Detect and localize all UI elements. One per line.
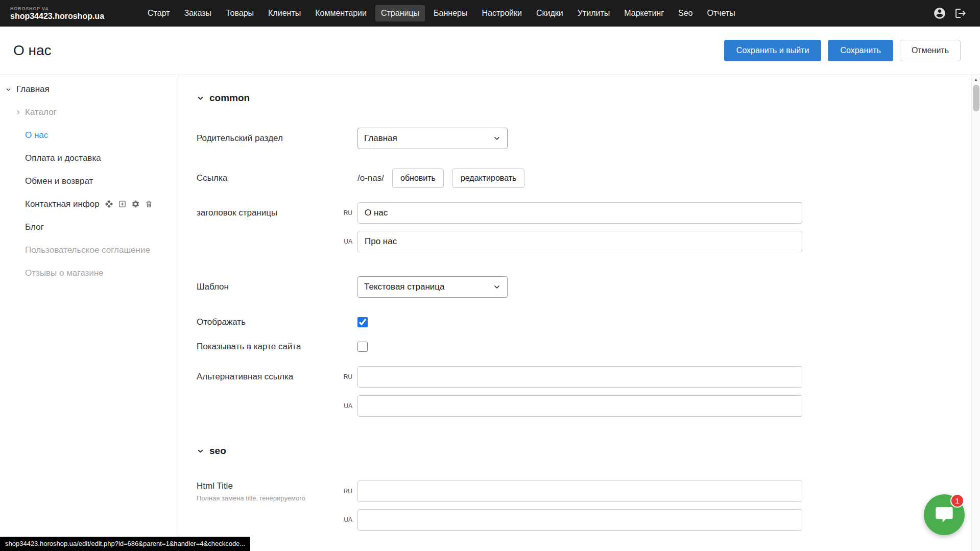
add-page-icon[interactable] xyxy=(118,200,127,208)
lang-label-ua: UA xyxy=(324,402,357,410)
chevron-down-icon xyxy=(493,283,501,291)
parent-section-select[interactable]: Главная xyxy=(357,128,508,149)
refresh-link-button[interactable]: обновить xyxy=(392,169,444,188)
scrollbar[interactable]: ▲ xyxy=(971,75,980,551)
trash-icon[interactable] xyxy=(145,200,153,208)
lang-label-ua: UA xyxy=(324,516,357,523)
field-label: Родительский раздел xyxy=(197,133,357,143)
page-title-ru-input[interactable] xyxy=(357,202,802,224)
chevron-down-icon xyxy=(197,94,204,102)
field-html-title-ua: UA xyxy=(197,509,980,531)
selected-value: Текстовая страница xyxy=(364,282,445,292)
sidebar-item-catalog[interactable]: Каталог xyxy=(0,101,179,124)
lang-label-ua: UA xyxy=(324,238,357,245)
nav-item-marketing[interactable]: Маркетинг xyxy=(618,5,670,21)
save-button[interactable]: Сохранить xyxy=(828,40,893,61)
sidebar-item-label: Оплата и доставка xyxy=(25,153,101,163)
alt-link-ua-input[interactable] xyxy=(357,395,802,417)
chat-button[interactable]: 1 xyxy=(924,494,965,535)
brand-domain: shop34423.horoshop.ua xyxy=(10,12,104,21)
sidebar-item-payment-delivery[interactable]: Оплата и доставка xyxy=(0,147,179,170)
topbar-icons xyxy=(933,7,967,20)
html-title-ru-input[interactable] xyxy=(357,481,802,502)
page-title-ua-input[interactable] xyxy=(357,231,802,252)
sidebar-item-label: Пользовательское соглашение xyxy=(25,245,150,255)
move-icon[interactable] xyxy=(105,200,113,208)
edit-link-button[interactable]: редактировать xyxy=(452,169,524,188)
nav-item-orders[interactable]: Заказы xyxy=(179,5,217,21)
nav-item-pages[interactable]: Страницы xyxy=(375,5,425,21)
field-label: Отображать xyxy=(197,317,357,327)
brand-version: HOROSHOP V4 xyxy=(10,6,104,11)
lang-label-ru: RU xyxy=(324,209,357,217)
header-actions: Сохранить и выйти Сохранить Отменить xyxy=(724,40,961,61)
chevron-down-icon xyxy=(5,86,12,93)
sidebar-item-store-reviews[interactable]: Отзывы о магазине xyxy=(0,261,179,284)
sidebar-item-label: Каталог xyxy=(25,107,57,117)
nav-item-settings[interactable]: Настройки xyxy=(476,5,527,21)
nav-item-discounts[interactable]: Скидки xyxy=(531,5,569,21)
main-nav: Старт Заказы Товары Клиенты Комментарии … xyxy=(142,5,741,21)
scrollbar-thumb[interactable] xyxy=(973,85,979,111)
gear-icon[interactable] xyxy=(131,200,140,208)
scroll-up-arrow[interactable]: ▲ xyxy=(972,75,980,84)
account-icon[interactable] xyxy=(933,7,946,20)
template-select[interactable]: Текстовая страница xyxy=(357,276,508,298)
sidebar-item-label: О нас xyxy=(25,130,48,140)
tree-item-actions xyxy=(105,200,153,208)
page-form: common Родительский раздел Главная Ссылк… xyxy=(179,75,980,551)
sidebar-item-about[interactable]: О нас xyxy=(0,124,179,147)
field-display: Отображать xyxy=(197,317,980,327)
section-seo-toggle[interactable]: seo xyxy=(197,445,980,457)
nav-item-seo[interactable]: Seo xyxy=(673,5,698,21)
topbar: HOROSHOP V4 shop34423.horoshop.ua Старт … xyxy=(0,0,980,27)
selected-value: Главная xyxy=(364,133,397,143)
cancel-button[interactable]: Отменить xyxy=(900,40,961,61)
field-page-title-ua: UA xyxy=(197,231,980,252)
section-title: common xyxy=(209,92,250,104)
html-title-ua-input[interactable] xyxy=(357,509,802,531)
field-template: Шаблон Текстовая страница xyxy=(197,276,980,298)
save-and-exit-button[interactable]: Сохранить и выйти xyxy=(724,40,822,61)
field-sitemap: Показывать в карте сайта xyxy=(197,342,980,352)
chevron-right-icon[interactable] xyxy=(15,109,21,115)
chat-unread-badge: 1 xyxy=(950,494,964,508)
display-checkbox[interactable] xyxy=(357,317,368,327)
field-label: Показывать в карте сайта xyxy=(197,342,357,352)
sidebar-item-label: Отзывы о магазине xyxy=(25,268,104,278)
chat-bubble-icon xyxy=(934,505,954,525)
nav-item-clients[interactable]: Клиенты xyxy=(262,5,306,21)
brand[interactable]: HOROSHOP V4 shop34423.horoshop.ua xyxy=(10,6,104,21)
sidebar-item-user-agreement[interactable]: Пользовательское соглашение xyxy=(0,238,179,261)
sidebar-item-home[interactable]: Главная xyxy=(0,78,179,101)
alt-link-ru-input[interactable] xyxy=(357,366,802,388)
nav-item-reports[interactable]: Отчеты xyxy=(702,5,741,21)
field-alt-link-ru: Альтернативная ссылка RU xyxy=(197,366,980,388)
lang-label-ru: RU xyxy=(324,488,357,495)
nav-item-start[interactable]: Старт xyxy=(142,5,175,21)
sidebar-item-label: Главная xyxy=(16,84,50,94)
sidebar-item-blog[interactable]: Блог xyxy=(0,215,179,238)
field-link: Ссылка /o-nas/ обновить редактировать xyxy=(197,169,980,188)
sidebar-item-contact-info[interactable]: Контактная инфор xyxy=(0,193,179,215)
screen: HOROSHOP V4 shop34423.horoshop.ua Старт … xyxy=(0,0,980,551)
field-parent-section: Родительский раздел Главная xyxy=(197,128,980,149)
field-html-title-ru: Html Title Полная замена title, генериру… xyxy=(197,481,980,502)
sitemap-checkbox[interactable] xyxy=(357,342,368,352)
nav-item-utilities[interactable]: Утилиты xyxy=(572,5,616,21)
status-url: shop34423.horoshop.ua/edit/edit.php?id=6… xyxy=(0,537,250,551)
sidebar: Главная Каталог О нас Оплата и доставка … xyxy=(0,75,179,551)
sidebar-item-label: Блог xyxy=(25,222,44,232)
field-label: заголовок страницы xyxy=(197,208,324,218)
nav-item-comments[interactable]: Комментарии xyxy=(309,5,372,21)
lang-label-ru: RU xyxy=(324,373,357,380)
logout-icon[interactable] xyxy=(954,7,967,19)
chevron-down-icon xyxy=(197,447,204,455)
section-common-toggle[interactable]: common xyxy=(197,92,980,104)
link-path: /o-nas/ xyxy=(357,173,384,183)
sidebar-item-exchange-return[interactable]: Обмен и возврат xyxy=(0,170,179,193)
nav-item-banners[interactable]: Баннеры xyxy=(428,5,473,21)
nav-item-products[interactable]: Товары xyxy=(220,5,259,21)
sidebar-item-label: Обмен и возврат xyxy=(25,176,93,186)
field-page-title-ru: заголовок страницы RU xyxy=(197,202,980,224)
